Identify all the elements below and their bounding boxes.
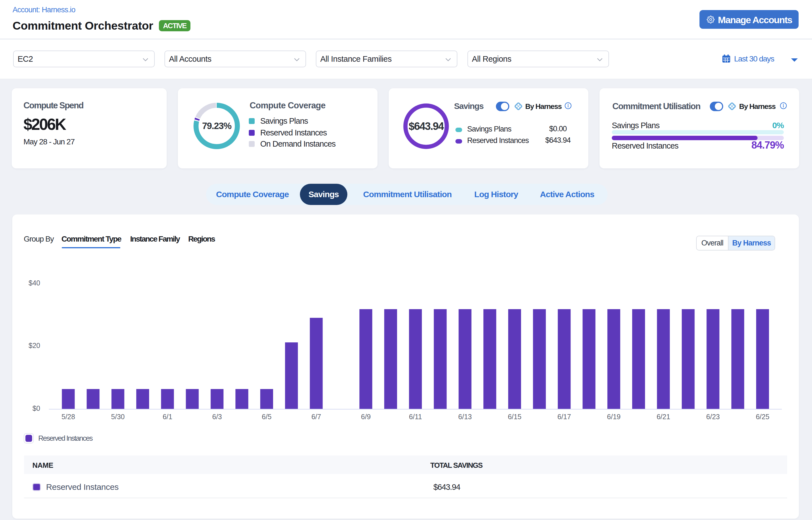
- svg-text:6/7: 6/7: [311, 413, 321, 421]
- svg-text:6/3: 6/3: [212, 413, 222, 421]
- svg-text:$20: $20: [28, 342, 40, 349]
- svg-text:$0: $0: [32, 405, 40, 412]
- svg-text:6/13: 6/13: [458, 413, 472, 421]
- svg-text:6/9: 6/9: [361, 413, 371, 421]
- svg-text:6/1: 6/1: [162, 413, 172, 421]
- svg-text:6/15: 6/15: [508, 413, 522, 421]
- svg-text:6/23: 6/23: [706, 413, 720, 421]
- svg-text:6/21: 6/21: [656, 413, 670, 421]
- svg-text:6/19: 6/19: [607, 413, 621, 421]
- svg-text:5/28: 5/28: [61, 413, 75, 421]
- svg-text:5/30: 5/30: [111, 413, 125, 421]
- svg-text:6/5: 6/5: [262, 413, 272, 421]
- svg-text:$40: $40: [28, 279, 40, 287]
- svg-text:6/17: 6/17: [557, 413, 571, 421]
- svg-text:6/11: 6/11: [409, 413, 422, 421]
- svg-text:6/25: 6/25: [756, 413, 769, 421]
